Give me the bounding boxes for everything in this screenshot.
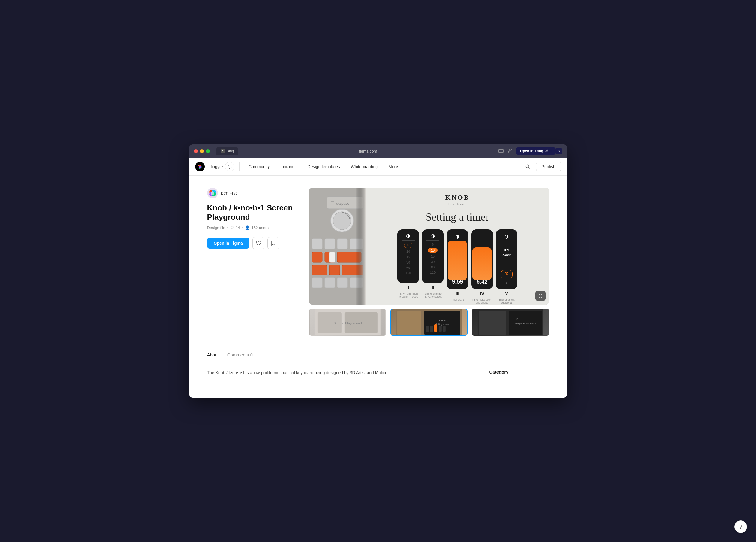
project-meta: Design file • ♡ 14 • 👤 162 users: [207, 225, 297, 230]
left-panel: Ben Fryc Knob / k•no•b•1 Screen Playgrou…: [207, 188, 297, 336]
step-1-desc: FN + Turn Knob to switch modes: [398, 292, 419, 298]
open-in-button-group[interactable]: Open in Ding ⌘O ▾: [516, 147, 562, 155]
tabs-section: About Comments 0: [189, 348, 567, 362]
search-button[interactable]: [523, 162, 533, 172]
svg-rect-20: [312, 252, 322, 262]
keyboard-svg: ckspace ←: [309, 188, 366, 305]
svg-rect-0: [499, 149, 503, 153]
right-panel: ckspace ←: [309, 188, 549, 336]
svg-text:ckspace: ckspace: [336, 201, 349, 206]
module-4-card: 5:42: [471, 229, 493, 289]
svg-rect-28: [325, 278, 335, 288]
thumbnails: Screen Playground KNOB Setting a timer: [309, 309, 549, 336]
thumbnail-3[interactable]: HS Wallpaper Simulator: [472, 309, 549, 336]
address-bar: figma.com: [242, 149, 494, 153]
description-section: The Knob / k•no•b•1 is a low-profile mec…: [189, 362, 567, 383]
screen-share-icon[interactable]: [498, 148, 504, 154]
tab-label: Ding: [227, 149, 234, 153]
nav-divider: [239, 162, 240, 171]
nav-libraries[interactable]: Libraries: [276, 162, 301, 171]
svg-rect-17: [325, 239, 335, 249]
svg-point-9: [211, 191, 214, 195]
nav-more[interactable]: More: [384, 162, 402, 171]
svg-rect-47: [479, 311, 506, 335]
bookmark-button[interactable]: [267, 237, 279, 249]
browser-window: D Ding figma.com Open in: [189, 144, 567, 398]
users-count: 162 users: [252, 225, 269, 230]
module-3-time: 9:59: [452, 279, 463, 285]
browser-content: dingyi ▾ Community Libraries Design temp…: [189, 158, 567, 398]
description-text: The Knob / k•no•b•1 is a low-profile mec…: [207, 369, 471, 376]
module-4: 5:42 IV Timer ticks down and shape shrin…: [471, 229, 493, 305]
svg-text:Wallpaper Simulator: Wallpaper Simulator: [515, 322, 536, 325]
timer-content: KNOB by work loudr Setting a timer ◑: [366, 188, 549, 305]
file-type: Design file: [207, 225, 225, 230]
module-1-card: ◑ 5 10 15 30 60 120: [397, 229, 419, 283]
category-label: Category: [489, 369, 509, 374]
module-5-card: ◑ It'sover ‹: [496, 229, 517, 289]
svg-rect-41: [426, 326, 429, 332]
minimize-button[interactable]: [200, 149, 204, 153]
browser-titlebar: D Ding figma.com Open in: [189, 144, 567, 158]
tab-comments[interactable]: Comments 0: [227, 348, 253, 362]
open-in-chevron[interactable]: ▾: [556, 148, 562, 154]
figma-logo-icon: [195, 162, 205, 171]
category-panel: Category: [489, 369, 549, 376]
thumbnail-1[interactable]: Screen Playground: [309, 309, 386, 336]
author-name[interactable]: Ben Fryc: [221, 191, 238, 195]
link-icon[interactable]: [507, 148, 513, 154]
step-2-desc: Turn to change. FN x2 to select.: [422, 292, 443, 298]
nav-design-templates[interactable]: Design templates: [303, 162, 344, 171]
tab-about[interactable]: About: [207, 348, 219, 362]
svg-text:KNOB: KNOB: [439, 319, 446, 322]
open-figma-button[interactable]: Open in Figma: [207, 238, 249, 249]
author-avatar[interactable]: [207, 188, 218, 198]
action-row: Open in Figma: [207, 237, 297, 249]
svg-point-15: [333, 212, 351, 230]
svg-text:Screen Playground: Screen Playground: [334, 321, 362, 325]
svg-rect-16: [312, 239, 322, 249]
nav-community[interactable]: Community: [244, 162, 274, 171]
svg-rect-43: [434, 324, 437, 332]
step-3-desc: Timer starts: [450, 298, 464, 301]
nav-whiteboarding[interactable]: Whiteboarding: [347, 162, 382, 171]
step-4-number: IV: [480, 291, 484, 296]
close-button[interactable]: [194, 149, 198, 153]
step-3-number: III: [455, 291, 459, 296]
step-5-number: V: [505, 291, 508, 296]
step-2-number: II: [432, 285, 434, 290]
navbar: dingyi ▾ Community Libraries Design temp…: [189, 158, 567, 176]
svg-text:Setting a timer: Setting a timer: [436, 323, 449, 326]
svg-rect-24: [329, 265, 340, 275]
module-3-card: ◑ 9:59: [447, 229, 468, 289]
timer-image: ckspace ←: [309, 188, 549, 305]
traffic-lights: [194, 149, 210, 153]
knob-sub: by work loudr: [373, 203, 542, 206]
nav-username[interactable]: dingyi ▾: [210, 164, 223, 169]
svg-rect-31: [356, 188, 366, 305]
likes-count: 14: [236, 225, 240, 230]
project-title: Knob / k•no•b•1 Screen Playground: [207, 203, 297, 222]
svg-rect-45: [443, 326, 446, 332]
likes-icon: ♡: [230, 225, 234, 230]
keyboard-side: ckspace ←: [309, 188, 366, 305]
tab-favicon: D: [221, 149, 225, 153]
open-in-app-button[interactable]: Open in Ding ⌘O: [516, 147, 556, 155]
help-button[interactable]: ?: [734, 520, 747, 533]
svg-text:HS: HS: [515, 318, 518, 320]
svg-rect-23: [312, 265, 327, 275]
module-1-icon: ◑: [406, 233, 410, 239]
module-3-icon: ◑: [455, 234, 460, 239]
thumbnail-2[interactable]: KNOB Setting a timer: [390, 309, 468, 336]
like-button[interactable]: [252, 237, 264, 249]
nav-logo: [195, 162, 205, 171]
svg-rect-27: [312, 278, 322, 288]
publish-button[interactable]: Publish: [536, 162, 561, 171]
expand-button[interactable]: [535, 291, 546, 301]
users-icon: 👤: [245, 225, 250, 230]
browser-tab[interactable]: D Ding: [216, 147, 238, 155]
module-3: ◑ 9:59 III Timer starts: [447, 229, 468, 305]
fullscreen-button[interactable]: [206, 149, 210, 153]
notification-bell[interactable]: [225, 162, 234, 171]
author-row: Ben Fryc: [207, 188, 297, 198]
